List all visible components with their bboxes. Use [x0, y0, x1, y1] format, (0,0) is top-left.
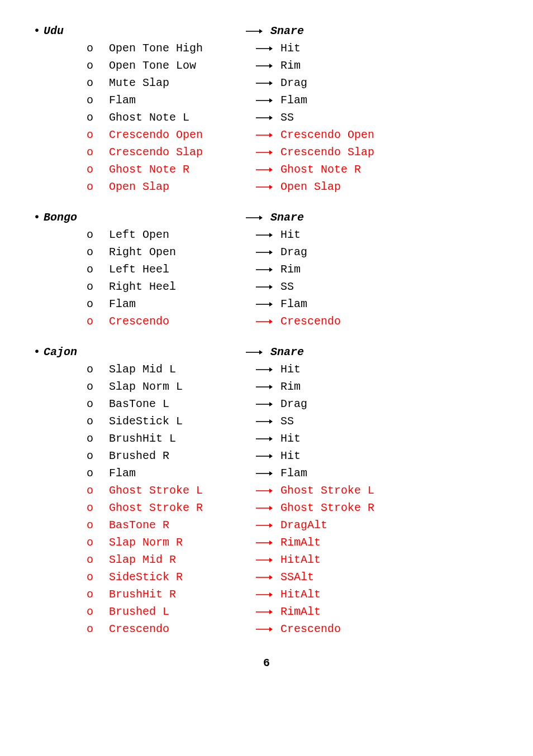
source-articulation: oLeft Open: [87, 226, 256, 243]
source-articulation: oSlap Norm R: [87, 534, 256, 551]
sub-bullet-icon: o: [87, 586, 109, 603]
source-articulation-text: BasTone R: [109, 516, 169, 534]
sub-bullet-icon: o: [87, 261, 109, 278]
svg-marker-7: [269, 81, 273, 85]
target-articulation: Drag: [280, 74, 307, 92]
arrow-icon: [246, 343, 270, 361]
svg-marker-23: [269, 233, 273, 237]
target-articulation: Ghost Stroke R: [280, 499, 374, 516]
source-articulation-text: Open Tone High: [109, 40, 203, 57]
arrow-icon: [256, 278, 280, 295]
source-articulation: oFlam: [87, 465, 256, 482]
arrow-icon: [256, 161, 280, 178]
source-articulation-text: BrushHit R: [109, 586, 176, 603]
target-instrument-title: Snare: [270, 209, 304, 226]
source-articulation: oLeft Heel: [87, 261, 256, 278]
source-articulation-text: SideStick L: [109, 413, 183, 430]
svg-marker-47: [269, 454, 273, 458]
source-articulation-text: Ghost Stroke L: [109, 482, 203, 499]
source-articulation: oFlam: [87, 92, 256, 109]
source-articulation-text: Open Tone Low: [109, 57, 196, 74]
target-articulation: DragAlt: [280, 516, 327, 534]
arrow-icon: [256, 92, 280, 109]
svg-marker-29: [269, 285, 273, 289]
sub-bullet-icon: o: [87, 482, 109, 499]
source-articulation: oBasTone R: [87, 516, 256, 534]
mapping-row: oCrescendoCrescendo: [87, 313, 499, 330]
svg-marker-57: [269, 540, 273, 545]
svg-marker-45: [269, 437, 273, 441]
source-articulation: oRight Heel: [87, 278, 256, 295]
arrow-icon: [256, 378, 280, 395]
source-articulation: oSlap Mid L: [87, 361, 256, 378]
sub-bullet-icon: o: [87, 551, 109, 568]
target-articulation: SS: [280, 109, 294, 126]
arrow-icon: [256, 568, 280, 586]
mapping-row: oRight OpenDrag: [87, 243, 499, 261]
arrow-icon: [256, 243, 280, 261]
arrow-icon: [256, 620, 280, 638]
source-articulation: oRight Open: [87, 243, 256, 261]
mapping-row: oLeft OpenHit: [87, 226, 499, 243]
source-articulation: oBrushHit R: [87, 586, 256, 603]
arrow-icon: [256, 413, 280, 430]
mapping-row: oGhost Note L SS: [87, 109, 499, 126]
arrow-icon: [256, 40, 280, 57]
sub-bullet-icon: o: [87, 430, 109, 447]
svg-marker-65: [269, 610, 273, 614]
arrow-icon: [256, 313, 280, 330]
sub-bullet-icon: o: [87, 395, 109, 413]
source-instrument-title: •Bongo: [34, 209, 246, 226]
svg-marker-13: [269, 133, 273, 137]
target-articulation: Flam: [280, 465, 307, 482]
arrow-icon: [256, 482, 280, 499]
source-articulation-text: Slap Norm L: [109, 378, 183, 395]
mapping-group: •CajonSnareoSlap Mid LHitoSlap Norm LRim…: [34, 343, 499, 638]
svg-marker-1: [259, 29, 263, 34]
svg-marker-39: [269, 385, 273, 389]
svg-marker-55: [269, 523, 273, 528]
mapping-row: oLeft Heel Rim: [87, 261, 499, 278]
target-articulation: Crescendo: [280, 620, 341, 638]
source-instrument-title: •Udu: [34, 22, 246, 40]
source-articulation: oSlap Norm L: [87, 378, 256, 395]
mapping-row: oSlap Norm RRimAlt: [87, 534, 499, 551]
mapping-row: oBrushed RHit: [87, 447, 499, 465]
target-instrument-title: Snare: [270, 343, 304, 361]
mapping-row: oOpen SlapOpen Slap: [87, 178, 499, 195]
target-articulation: RimAlt: [280, 603, 321, 620]
source-articulation: oCrescendo Open: [87, 126, 256, 143]
target-articulation: Crescendo Open: [280, 126, 374, 143]
sub-bullet-icon: o: [87, 226, 109, 243]
mapping-row: oGhost Note RGhost Note R: [87, 161, 499, 178]
mapping-row: oBrushHit RHitAlt: [87, 586, 499, 603]
source-articulation: oBrushHit L: [87, 430, 256, 447]
mapping-row: oBrushHit LHit: [87, 430, 499, 447]
arrow-icon: [256, 226, 280, 243]
sub-bullet-icon: o: [87, 243, 109, 261]
source-articulation-text: Left Open: [109, 226, 169, 243]
source-articulation: oSideStick L: [87, 413, 256, 430]
target-articulation: Crescendo: [280, 313, 341, 330]
source-articulation-text: Flam: [109, 92, 136, 109]
mapping-row: oRight HeelSS: [87, 278, 499, 295]
svg-marker-17: [269, 168, 273, 172]
target-articulation: SSAlt: [280, 568, 314, 586]
source-articulation: oOpen Tone Low: [87, 57, 256, 74]
source-articulation-text: Mute Slap: [109, 74, 169, 92]
source-articulation-text: Crescendo Open: [109, 126, 203, 143]
mapping-row: oSlap Mid LHit: [87, 361, 499, 378]
source-articulation-text: BrushHit L: [109, 430, 176, 447]
sub-bullet-icon: o: [87, 161, 109, 178]
source-articulation-text: Brushed R: [109, 447, 169, 465]
svg-marker-5: [269, 64, 273, 68]
source-articulation: oCrescendo: [87, 620, 256, 638]
source-articulation: oBrushed L: [87, 603, 256, 620]
source-instrument-title: •Cajon: [34, 343, 246, 361]
page-number: 6: [34, 654, 499, 672]
sub-bullet-icon: o: [87, 74, 109, 92]
arrow-icon: [256, 447, 280, 465]
source-articulation-text: Brushed L: [109, 603, 169, 620]
bullet-icon: •: [34, 209, 44, 226]
sub-bullet-icon: o: [87, 465, 109, 482]
